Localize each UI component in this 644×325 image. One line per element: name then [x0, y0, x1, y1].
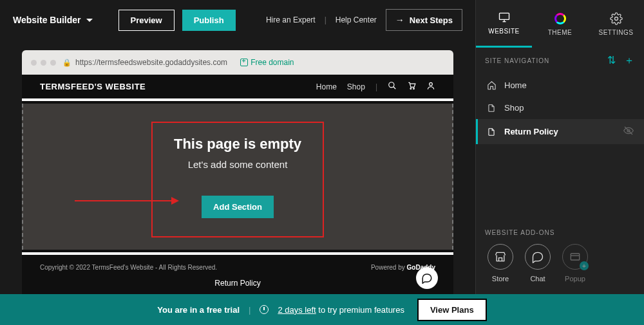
trial-days-link[interactable]: 2 days left: [278, 305, 316, 315]
addon-chat-label: Chat: [530, 275, 545, 283]
tab-website[interactable]: WEBSITE: [476, 0, 532, 48]
visibility-toggle-icon[interactable]: [623, 125, 634, 138]
canvas-divider: [22, 250, 453, 255]
canvas-divider: [22, 98, 453, 104]
nav-item-label: Shop: [504, 103, 524, 113]
svg-rect-11: [571, 254, 579, 260]
addon-store[interactable]: Store: [488, 244, 513, 283]
addons-row: Store Chat + Popup: [476, 244, 644, 294]
theme-ring-icon: [554, 12, 567, 25]
url-display: 🔒 https://termsfeedswebsite.godaddysites…: [62, 58, 227, 67]
footer-copyright: Copyright © 2022 TermsFeed's Website - A…: [40, 264, 217, 271]
monitor-icon: [498, 11, 511, 24]
trial-prefix: You are in a free trial: [157, 305, 240, 315]
topbar: Website Builder Preview Publish Hire an …: [0, 0, 475, 40]
nav-item-return-policy[interactable]: Return Policy: [476, 119, 644, 144]
nav-item-label: Home: [504, 80, 527, 90]
brand-selector[interactable]: Website Builder: [13, 15, 93, 25]
page-icon: [486, 127, 497, 136]
next-steps-button[interactable]: → Next Steps: [386, 9, 462, 31]
site-title: TERMSFEED'S WEBSITE: [40, 82, 146, 91]
lock-icon: 🔒: [62, 59, 71, 67]
empty-canvas[interactable]: This page is empty Let's add some conten…: [22, 104, 453, 250]
chevron-down-icon: [86, 19, 93, 22]
right-panel: WEBSITE THEME SETTINGS SITE NAVIGATION ⇅…: [475, 0, 644, 294]
svg-rect-5: [499, 13, 509, 19]
trial-bar: You are in a free trial | 2 days left to…: [0, 294, 644, 325]
reorder-icon[interactable]: ⇅: [607, 54, 616, 68]
publish-button[interactable]: Publish: [182, 10, 236, 31]
home-icon: [486, 80, 497, 90]
plus-badge-icon: +: [580, 261, 589, 270]
addon-popup-label: Popup: [565, 275, 585, 283]
editor-canvas: 🔒 https://termsfeedswebsite.godaddysites…: [0, 40, 475, 294]
tab-theme[interactable]: THEME: [532, 0, 588, 48]
site-nav: Home Shop |: [316, 81, 435, 92]
arrow-right-icon: →: [395, 15, 404, 25]
tab-settings[interactable]: SETTINGS: [588, 0, 644, 48]
browser-address-bar: 🔒 https://termsfeedswebsite.godaddysites…: [22, 50, 453, 75]
site-navigation-label: SITE NAVIGATION: [485, 57, 549, 64]
addons-header: WEBSITE ADD-ONS: [476, 219, 644, 244]
svg-point-0: [389, 82, 394, 88]
chat-bubble-button[interactable]: [416, 267, 438, 289]
clock-icon: [260, 305, 269, 314]
svg-point-8: [614, 17, 618, 20]
brand-label: Website Builder: [13, 15, 81, 25]
chat-icon: [525, 244, 551, 270]
footer-return-policy-link[interactable]: Return Policy: [40, 279, 435, 288]
help-center-link[interactable]: Help Center: [336, 15, 377, 24]
svg-point-2: [410, 88, 412, 89]
site-navigation-header: SITE NAVIGATION ⇅ ＋: [476, 48, 644, 74]
panel-tabs: WEBSITE THEME SETTINGS: [476, 0, 644, 48]
page-icon: [486, 104, 497, 113]
page-list: Home Shop Return Policy: [476, 74, 644, 144]
url-text: https://termsfeedswebsite.godaddysites.c…: [75, 58, 227, 67]
tab-website-label: WEBSITE: [488, 28, 520, 35]
nav-home-link[interactable]: Home: [316, 82, 337, 91]
trial-suffix: to try premium features: [316, 305, 404, 315]
gear-icon: [610, 12, 623, 25]
empty-subtitle: Let's add some content: [173, 159, 302, 170]
empty-highlight-box: This page is empty Let's add some conten…: [151, 122, 324, 237]
separator: |: [325, 15, 327, 24]
addon-store-label: Store: [492, 275, 509, 283]
cart-icon[interactable]: [407, 81, 416, 92]
store-icon: [488, 244, 513, 270]
nav-item-label: Return Policy: [504, 127, 558, 136]
search-icon[interactable]: [388, 81, 397, 92]
annotation-arrow: [75, 200, 178, 201]
site-footer: Copyright © 2022 TermsFeed's Website - A…: [22, 255, 453, 294]
nav-item-home[interactable]: Home: [476, 74, 644, 97]
tab-theme-label: THEME: [548, 29, 573, 36]
addon-popup[interactable]: + Popup: [562, 244, 588, 283]
hire-expert-link[interactable]: Hire an Expert: [266, 15, 316, 24]
nav-item-shop[interactable]: Shop: [476, 97, 644, 119]
next-steps-label: Next Steps: [410, 15, 453, 25]
traffic-lights: [31, 60, 56, 66]
preview-button[interactable]: Preview: [118, 10, 175, 31]
view-plans-button[interactable]: View Plans: [417, 299, 487, 321]
svg-point-3: [413, 88, 415, 89]
empty-title: This page is empty: [173, 136, 302, 153]
site-header: TERMSFEED'S WEBSITE Home Shop |: [22, 75, 453, 98]
popup-icon: +: [562, 244, 588, 270]
add-section-button[interactable]: Add Section: [202, 196, 274, 218]
globe-plus-icon: [240, 59, 248, 66]
free-domain-link[interactable]: Free domain: [240, 58, 294, 67]
user-icon[interactable]: [426, 81, 435, 92]
nav-shop-link[interactable]: Shop: [347, 82, 365, 91]
addon-chat[interactable]: Chat: [525, 244, 551, 283]
add-page-icon[interactable]: ＋: [624, 54, 635, 68]
svg-point-4: [430, 82, 433, 86]
tab-settings-label: SETTINGS: [598, 29, 633, 36]
svg-line-1: [393, 87, 396, 89]
free-domain-label: Free domain: [251, 58, 294, 67]
